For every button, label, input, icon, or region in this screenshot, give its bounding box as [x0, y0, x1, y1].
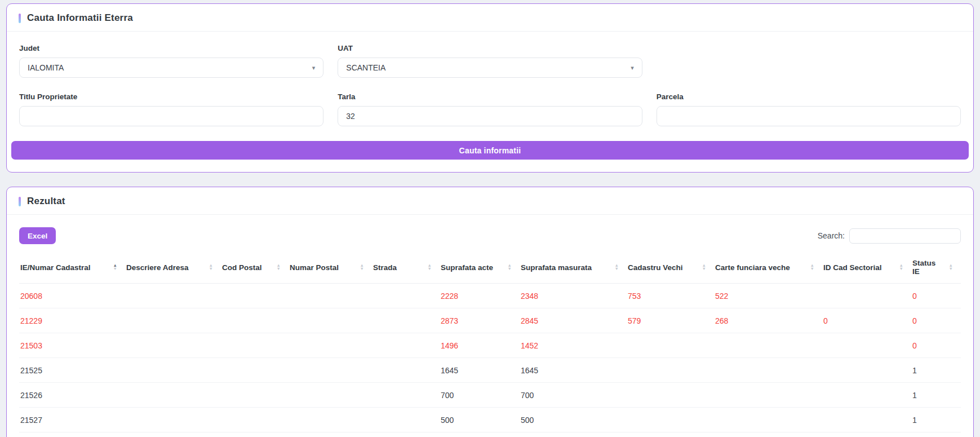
results-card-title: Rezultat — [27, 196, 65, 207]
table-cell: 1 — [911, 358, 961, 383]
table-cell: 21503 — [19, 333, 125, 358]
table-row[interactable]: 20608222823487535220 — [19, 284, 961, 308]
column-header-label: Carte funciara veche — [715, 263, 790, 272]
column-header-descriere-adresa[interactable]: Descriere Adresa▲▼ — [125, 252, 221, 284]
table-cell — [714, 408, 822, 432]
table-cell: 700 — [520, 383, 627, 408]
titlu-field-group: Titlu Proprietate — [19, 92, 323, 126]
column-header-ie-numar-cadastral[interactable]: IE/Numar Cadastral▲▼ — [19, 252, 125, 284]
table-cell: 522 — [714, 284, 822, 308]
table-header-row: IE/Numar Cadastral▲▼Descriere Adresa▲▼Co… — [19, 252, 961, 284]
column-header-suprafata-acte[interactable]: Suprafata acte▲▼ — [440, 252, 520, 284]
column-header-label: Suprafata masurata — [521, 263, 592, 272]
table-cell: 21229 — [19, 308, 125, 333]
table-cell: 1452 — [520, 333, 627, 358]
table-cell — [822, 358, 911, 383]
table-cell: 0 — [911, 333, 961, 358]
sort-icon: ▲▼ — [209, 264, 213, 271]
uat-field-group: UAT SCANTEIA ▾ — [338, 44, 642, 78]
excel-export-button[interactable]: Excel — [19, 227, 56, 244]
table-cell — [289, 333, 372, 358]
table-cell: 700 — [440, 383, 520, 408]
column-header-cadastru-vechi[interactable]: Cadastru Vechi▲▼ — [627, 252, 714, 284]
table-cell — [372, 408, 440, 432]
sort-icon: ▲▼ — [899, 264, 903, 271]
sort-icon: ▲▼ — [113, 264, 117, 271]
table-row[interactable]: 212292873284557926800 — [19, 308, 961, 333]
table-cell — [125, 383, 221, 408]
form-row-1: Judet IALOMITA ▾ UAT SCANTEIA ▾ — [19, 44, 961, 78]
table-cell — [822, 284, 911, 308]
column-header-carte-funciara-veche[interactable]: Carte funciara veche▲▼ — [714, 252, 822, 284]
table-search: Search: — [818, 228, 961, 244]
sort-icon: ▲▼ — [508, 264, 512, 271]
form-row-1-spacer — [657, 44, 961, 78]
parcela-input[interactable] — [657, 106, 961, 126]
table-row[interactable]: 215267007001 — [19, 383, 961, 408]
column-header-label: Numar Postal — [290, 263, 339, 272]
table-cell — [289, 408, 372, 432]
table-cell: 20608 — [19, 284, 125, 308]
uat-label: UAT — [338, 44, 642, 52]
chevron-down-icon: ▾ — [631, 65, 634, 71]
table-cell — [289, 358, 372, 383]
column-header-status-ie[interactable]: Status IE▲▼ — [911, 252, 961, 284]
table-cell — [627, 408, 714, 432]
column-header-strada[interactable]: Strada▲▼ — [372, 252, 440, 284]
column-header-label: Strada — [373, 263, 397, 272]
table-search-input[interactable] — [849, 228, 961, 244]
table-cell — [627, 383, 714, 408]
table-cell: 2845 — [520, 308, 627, 333]
table-row[interactable]: 21503149614520 — [19, 333, 961, 358]
column-header-label: ID Cad Sectorial — [823, 263, 882, 272]
column-header-label: IE/Numar Cadastral — [20, 263, 91, 272]
table-cell — [627, 358, 714, 383]
table-row[interactable]: 215275005001 — [19, 408, 961, 432]
page: Cauta Informatii Eterra Judet IALOMITA ▾… — [0, 0, 980, 437]
table-toolbar: Excel Search: — [19, 227, 961, 244]
tarla-field-group: Tarla — [338, 92, 642, 126]
table-cell — [289, 284, 372, 308]
search-form: Judet IALOMITA ▾ UAT SCANTEIA ▾ — [7, 32, 973, 126]
table-cell — [822, 408, 911, 432]
tarla-input[interactable] — [338, 106, 642, 126]
column-header-label: Cadastru Vechi — [628, 263, 683, 272]
table-cell: 21525 — [19, 358, 125, 383]
column-header-cod-postal[interactable]: Cod Postal▲▼ — [221, 252, 289, 284]
search-label: Search: — [818, 231, 845, 240]
column-header-numar-postal[interactable]: Numar Postal▲▼ — [289, 252, 372, 284]
table-row[interactable]: 21525164516451 — [19, 358, 961, 383]
search-card-header: Cauta Informatii Eterra — [7, 4, 973, 31]
cauta-informatii-button[interactable]: Cauta informatii — [11, 141, 969, 160]
table-cell — [714, 383, 822, 408]
parcela-field-group: Parcela — [657, 92, 961, 126]
table-cell: 268 — [714, 308, 822, 333]
judet-selected-value: IALOMITA — [28, 63, 64, 72]
table-cell — [372, 308, 440, 333]
judet-select[interactable]: IALOMITA ▾ — [19, 58, 323, 78]
titlu-proprietate-input[interactable] — [19, 106, 323, 126]
title-accent-bar — [19, 197, 21, 206]
sort-icon: ▲▼ — [615, 264, 619, 271]
column-header-label: Status IE — [912, 259, 944, 276]
sort-icon: ▲▼ — [702, 264, 706, 271]
sort-icon: ▲▼ — [360, 264, 364, 271]
chevron-down-icon: ▾ — [312, 65, 316, 71]
table-cell — [714, 333, 822, 358]
uat-select[interactable]: SCANTEIA ▾ — [338, 58, 642, 78]
table-cell: 500 — [440, 408, 520, 432]
results-card: Rezultat Excel Search: IE/Numar Cadastra… — [6, 187, 974, 437]
table-cell — [372, 284, 440, 308]
title-accent-bar — [19, 14, 21, 23]
column-header-suprafata-masurata[interactable]: Suprafata masurata▲▼ — [520, 252, 627, 284]
table-cell — [125, 358, 221, 383]
sort-icon: ▲▼ — [810, 264, 814, 271]
column-header-id-cad-sectorial[interactable]: ID Cad Sectorial▲▼ — [822, 252, 911, 284]
column-header-label: Cod Postal — [222, 263, 262, 272]
sort-icon: ▲▼ — [428, 264, 432, 271]
table-cell — [125, 333, 221, 358]
uat-selected-value: SCANTEIA — [346, 63, 385, 72]
table-cell: 2348 — [520, 284, 627, 308]
table-cell — [221, 333, 289, 358]
table-cell: 21527 — [19, 408, 125, 432]
